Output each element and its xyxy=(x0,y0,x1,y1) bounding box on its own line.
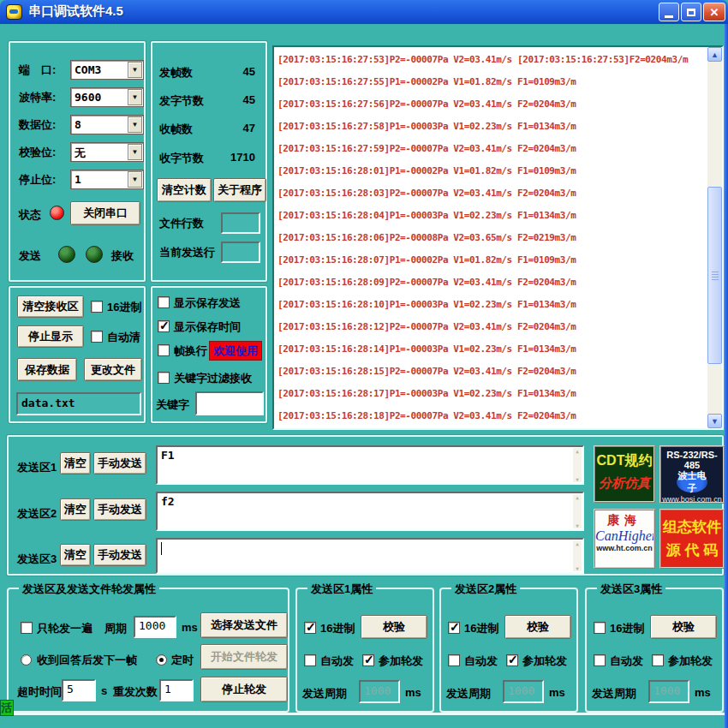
rx-bytes-value: 1710 xyxy=(230,151,255,164)
hex-display-checkbox[interactable] xyxy=(91,301,103,313)
start-file-cycle-button[interactable]: 开始文件轮发 xyxy=(200,644,288,670)
window-border xyxy=(725,24,728,728)
text-cursor xyxy=(161,542,162,555)
bosi-banner[interactable]: RS-232/RS-485 波士电子 www.bosi.com.cn xyxy=(659,445,725,504)
port-select[interactable]: COM3 ▼ xyxy=(70,60,144,80)
scroll-up-icon[interactable]: ▲ xyxy=(576,540,579,546)
area3-join-checkbox[interactable] xyxy=(652,654,664,666)
chevron-down-icon[interactable]: ▼ xyxy=(128,171,142,188)
send-area-3-input[interactable]: ▲▼ xyxy=(156,538,584,574)
scroll-up-icon[interactable]: ▲ xyxy=(576,494,579,500)
mini-scrollbar[interactable]: ▲▼ xyxy=(573,494,582,528)
keyword-filter-checkbox[interactable] xyxy=(158,372,170,384)
scroll-down-icon[interactable]: ▼ xyxy=(576,565,579,571)
send-area-2-clear-button[interactable]: 清空 xyxy=(60,498,91,521)
area3-auto-checkbox[interactable] xyxy=(594,654,606,666)
frame-newline-label: 帧换行 xyxy=(174,343,207,359)
close-button[interactable]: ✕ xyxy=(703,3,725,21)
area2-verify-button[interactable]: 校验 xyxy=(504,615,571,639)
cdt-banner[interactable]: CDT规约 分析仿真 xyxy=(594,445,655,503)
clear-count-button[interactable]: 清空计数 xyxy=(157,178,212,202)
scroll-down-icon[interactable]: ▼ xyxy=(576,476,579,482)
chevron-down-icon[interactable]: ▼ xyxy=(128,89,142,105)
send-once-checkbox[interactable] xyxy=(21,622,33,634)
scroll-down-icon[interactable]: ▼ xyxy=(707,414,722,428)
chevron-down-icon[interactable]: ▼ xyxy=(128,62,142,78)
close-port-button[interactable]: 关闭串口 xyxy=(70,201,140,225)
answer-then-send-radio[interactable] xyxy=(21,654,32,665)
area2-hex-checkbox[interactable] xyxy=(448,622,460,634)
auto-clear-checkbox[interactable] xyxy=(91,331,103,343)
show-save-time-checkbox[interactable] xyxy=(158,320,170,332)
area1-auto-checkbox[interactable] xyxy=(304,654,316,666)
retry-input[interactable]: 1 xyxy=(159,679,194,701)
send-area-1-input[interactable]: F1 ▲▼ xyxy=(156,445,584,485)
area3-verify-button[interactable]: 校验 xyxy=(650,615,717,639)
send-area-1-clear-button[interactable]: 清空 xyxy=(60,452,91,474)
welcome-badge[interactable]: 欢迎使用 xyxy=(209,341,262,361)
file-lines-field[interactable] xyxy=(221,212,260,234)
canhigher-banner-line1: 康海 xyxy=(595,513,653,528)
title-bar[interactable]: 串口调试软件4.5 ✕ xyxy=(0,0,728,24)
save-filename-field[interactable]: data.txt xyxy=(16,392,141,415)
canhigher-banner[interactable]: 康海 CanHigher www.ht.com.cn xyxy=(594,509,655,569)
send-area-1-manual-button[interactable]: 手动发送 xyxy=(93,452,146,474)
frame-newline-checkbox[interactable] xyxy=(158,344,170,356)
area1-hex-checkbox[interactable] xyxy=(304,622,316,634)
scroll-down-icon[interactable]: ▼ xyxy=(576,522,579,528)
send-area-3-manual-button[interactable]: 手动发送 xyxy=(93,544,146,566)
maximize-button[interactable] xyxy=(681,3,701,21)
clear-receive-button[interactable]: 清空接收区 xyxy=(17,295,84,318)
chevron-down-icon[interactable]: ▼ xyxy=(128,144,142,160)
area2-auto-label: 自动发 xyxy=(464,653,498,669)
auto-clear-label: 自动清 xyxy=(107,330,140,345)
parity-select[interactable]: 无 ▼ xyxy=(70,142,144,162)
period-input[interactable]: 1000 xyxy=(134,616,176,638)
show-save-send-checkbox[interactable] xyxy=(158,296,170,308)
area1-join-checkbox[interactable] xyxy=(362,654,374,666)
keyword-input[interactable] xyxy=(195,391,264,415)
area2-period-unit: ms xyxy=(549,686,565,699)
send-area-2-manual-button[interactable]: 手动发送 xyxy=(93,498,146,521)
save-data-button[interactable]: 保存数据 xyxy=(17,358,77,381)
change-file-button[interactable]: 更改文件 xyxy=(84,358,142,381)
area2-period-value: 1000 xyxy=(504,682,542,697)
rx-frames-value: 47 xyxy=(243,122,255,134)
stop-cycle-button[interactable]: 停止轮发 xyxy=(200,677,288,702)
area2-join-checkbox[interactable] xyxy=(506,654,518,666)
current-send-line-field[interactable] xyxy=(221,242,260,263)
about-button[interactable]: 关于程序 xyxy=(213,178,266,202)
send-area-2-input[interactable]: f2 ▲▼ xyxy=(156,492,584,531)
mini-scrollbar[interactable]: ▲▼ xyxy=(573,540,582,571)
area1-period-input: 1000 xyxy=(359,680,400,703)
stopbits-select[interactable]: 1 ▼ xyxy=(70,170,144,189)
select-send-file-button[interactable]: 选择发送文件 xyxy=(200,612,288,638)
baud-select[interactable]: 9600 ▼ xyxy=(70,87,144,107)
area3-hex-checkbox[interactable] xyxy=(594,622,606,634)
area1-verify-button[interactable]: 校验 xyxy=(361,615,427,639)
canhigher-banner-line2: CanHigher xyxy=(595,528,653,544)
send-area-3-clear-button[interactable]: 清空 xyxy=(60,544,91,566)
scroll-up-icon[interactable]: ▲ xyxy=(707,47,722,62)
receive-log[interactable]: [2017:03:15:16:27:53]P2=-00007Pa V2=03.4… xyxy=(272,45,724,430)
log-line: [2017:03:15:16:28:15]P2=-00007Pa V2=03.4… xyxy=(277,361,704,383)
scroll-up-icon[interactable]: ▲ xyxy=(576,448,579,454)
databits-select[interactable]: 8 ▼ xyxy=(70,115,144,134)
bosi-banner-line1: RS-232/RS-485 xyxy=(661,450,723,470)
timer-radio[interactable] xyxy=(156,654,167,665)
timeout-input[interactable]: 5 xyxy=(62,679,96,701)
source-code-banner[interactable]: 组态软件 源 代 码 xyxy=(659,509,725,569)
mini-scrollbar[interactable]: ▲▼ xyxy=(573,448,582,482)
ime-indicator[interactable]: 活 xyxy=(0,700,14,716)
tx-bytes-label: 发字节数 xyxy=(159,93,204,109)
area2-auto-checkbox[interactable] xyxy=(448,654,460,666)
scrollbar-thumb[interactable] xyxy=(707,187,722,364)
stop-display-button[interactable]: 停止显示 xyxy=(17,325,84,348)
minimize-button[interactable] xyxy=(659,3,679,21)
rx-bytes-label: 收字节数 xyxy=(159,151,204,166)
area1-props-title: 发送区1属性 xyxy=(307,582,376,597)
log-scrollbar[interactable]: ▲ ▼ xyxy=(707,47,722,428)
chevron-down-icon[interactable]: ▼ xyxy=(128,116,142,133)
app-icon xyxy=(6,4,22,20)
area1-period-label: 发送周期 xyxy=(302,686,347,701)
